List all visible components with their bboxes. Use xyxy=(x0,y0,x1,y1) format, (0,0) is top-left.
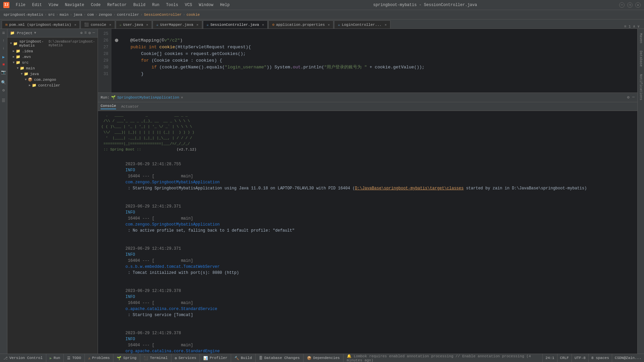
left-sidebar-icon-2[interactable]: ↑ xyxy=(2,39,5,43)
tab-user-java[interactable]: ☕ User.java ✕ xyxy=(116,20,152,28)
status-services[interactable]: ⚙ Services xyxy=(171,354,200,362)
left-sidebar-icon-stop[interactable]: ■ xyxy=(2,62,5,67)
status-user[interactable]: CSDN@Zain... xyxy=(612,354,644,362)
tree-controller[interactable]: ▶ 📁 controller xyxy=(7,82,98,88)
classes-link[interactable]: D:\JavaBase\springboot-mybatis\target\cl… xyxy=(355,186,464,191)
breadcrumb-java[interactable]: java xyxy=(73,13,82,17)
menu-vcs[interactable]: VCS xyxy=(183,2,194,8)
tab-close-usermapper[interactable]: ✕ xyxy=(196,23,198,27)
run-minimize-icon[interactable]: — xyxy=(632,95,635,100)
panel-action-options[interactable]: ⚙ xyxy=(89,31,91,36)
status-terminal-label: Terminal xyxy=(150,356,168,360)
left-sidebar-icon-4[interactable]: ▶ xyxy=(2,55,5,60)
project-panel-dropdown[interactable]: ▼ xyxy=(34,31,36,35)
tab-close-session-controller[interactable]: ✕ xyxy=(262,23,264,27)
status-dependencies[interactable]: 📦 Dependencies xyxy=(304,354,343,362)
tab-console[interactable]: ⬛ console ✕ xyxy=(80,20,115,28)
project-panel-title: 📁 Project xyxy=(10,31,33,35)
left-sidebar-icon-3[interactable]: ↓ xyxy=(2,46,5,51)
code-content[interactable]: ⬤ @GetMapping(©v"/c2") public int cookie… xyxy=(111,29,637,93)
close-button[interactable]: ✕ xyxy=(635,2,641,8)
run-header-close[interactable]: ✕ xyxy=(181,95,183,100)
tree-icon-controller: 📁 xyxy=(32,83,37,87)
console-output[interactable]: . ____ _ __ _ _ /\\ / ___'_ __ _ _(_)_ _… xyxy=(98,111,637,354)
right-sidebar-notifications[interactable]: Notifications xyxy=(638,71,643,103)
minimize-button[interactable]: — xyxy=(619,2,625,8)
app-logo: IJ xyxy=(3,2,9,8)
tree-idea[interactable]: ▶ 📁 .idea xyxy=(7,48,98,54)
breadcrumb-project[interactable]: springboot-mybatis xyxy=(3,13,43,17)
status-database-changes[interactable]: 🗄 Database Changes xyxy=(256,354,304,362)
tab-login-controller[interactable]: ☕ LoginController... ✕ xyxy=(334,20,390,28)
panel-action-locate[interactable]: ⊕ xyxy=(80,31,83,36)
breadcrumb-com[interactable]: com xyxy=(87,13,94,17)
spring-status-icon: 🌱 xyxy=(117,356,121,360)
menu-navigate[interactable]: Navigate xyxy=(63,2,86,8)
tree-com-zengoo[interactable]: ▼ 📦 com.zengoo xyxy=(7,77,98,82)
tree-main[interactable]: ▼ 📁 main xyxy=(7,65,98,71)
tab-pom-xml[interactable]: m pom.xml (springboot-mybatis) ✕ xyxy=(2,20,80,28)
breadcrumb-main[interactable]: main xyxy=(60,13,68,17)
menu-window[interactable]: Window xyxy=(198,2,215,8)
status-profiler[interactable]: 📊 Profiler xyxy=(200,354,231,362)
tree-root[interactable]: ▼ 📁 springboot-mybatis D:\JavaBase\sprin… xyxy=(7,39,98,48)
tab-application-properties[interactable]: ⚙ application.properties ✕ xyxy=(268,20,333,28)
status-position[interactable]: 24:1 xyxy=(542,354,557,362)
menu-view[interactable]: View xyxy=(47,2,60,8)
status-version-control[interactable]: ⎇ Version Control xyxy=(0,354,46,362)
right-sidebar-database[interactable]: Database xyxy=(638,48,643,69)
run-settings-icon[interactable]: ⚙ xyxy=(627,95,630,100)
run-tab-actuator[interactable]: Actuator xyxy=(121,105,139,109)
tab-close-app-properties[interactable]: ✕ xyxy=(328,23,330,27)
tab-close-user-java[interactable]: ✕ xyxy=(146,23,148,27)
tree-label-mvn: .mvn xyxy=(22,55,31,59)
tab-session-controller[interactable]: ☕ SessionController.java ✕ xyxy=(203,20,268,28)
line-num-26: 26 xyxy=(98,37,108,44)
breadcrumb-cookie[interactable]: cookie xyxy=(186,13,200,17)
panel-action-close[interactable]: — xyxy=(93,31,95,36)
breadcrumb-zengoo[interactable]: zengoo xyxy=(99,13,112,17)
tree-mvn[interactable]: ▶ 📁 .mvn xyxy=(7,54,98,60)
menu-help[interactable]: Help xyxy=(219,2,231,8)
breadcrumb-session-controller[interactable]: SessionController xyxy=(144,13,181,17)
status-run[interactable]: ▶ Run xyxy=(46,354,64,362)
breadcrumb-src[interactable]: src xyxy=(48,13,55,17)
left-sidebar-icon-camera[interactable]: 📷 xyxy=(1,70,6,75)
status-spring[interactable]: 🌱 Spring xyxy=(113,354,140,362)
status-dependencies-label: Dependencies xyxy=(313,356,340,360)
left-sidebar-icon-7[interactable]: ☰ xyxy=(2,98,5,103)
tab-usermapper-java[interactable]: ☕ UserMapper.java ✕ xyxy=(153,20,202,28)
tree-src[interactable]: ▼ 📁 src xyxy=(7,60,98,65)
menu-build[interactable]: Build xyxy=(132,2,147,8)
status-indent[interactable]: 8 spaces xyxy=(588,354,612,362)
panel-action-collapse[interactable]: ≡ xyxy=(84,31,87,36)
menu-code[interactable]: Code xyxy=(90,2,102,8)
left-sidebar-icon-6[interactable]: ⚙ xyxy=(2,88,5,93)
status-encoding[interactable]: UTF-8 xyxy=(572,354,588,362)
menu-run[interactable]: Run xyxy=(151,2,161,8)
problems-icon: ⚠ xyxy=(88,356,91,360)
tab-close-login-controller[interactable]: ✕ xyxy=(385,23,387,27)
run-title: Run: 🌱 SpringbootMybatisApplication ✕ xyxy=(101,95,183,100)
right-sidebar-maven[interactable]: Maven xyxy=(638,31,643,46)
run-tab-console[interactable]: Console xyxy=(101,104,116,109)
menu-file[interactable]: File xyxy=(14,2,27,8)
status-terminal[interactable]: ⬛ Terminal xyxy=(140,354,171,362)
tree-arrow-com-zengoo: ▼ xyxy=(25,78,26,81)
tab-close-pom[interactable]: ✕ xyxy=(74,23,76,27)
status-build[interactable]: 🔨 Build xyxy=(231,354,256,362)
tree-java[interactable]: ▼ 📁 java xyxy=(7,71,98,77)
breadcrumb-controller[interactable]: controller xyxy=(117,13,139,17)
left-sidebar-icon-1[interactable]: ≡ xyxy=(2,31,5,36)
tab-scroll-left[interactable]: ≡ 1 ∧ ∨ xyxy=(624,24,640,28)
menu-edit[interactable]: Edit xyxy=(31,2,43,8)
tab-close-console[interactable]: ✕ xyxy=(109,23,111,27)
left-sidebar-icon-5[interactable]: 🔍 xyxy=(1,80,6,85)
status-problems[interactable]: ⚠ Problems xyxy=(85,354,113,362)
status-line-endings[interactable]: CRLF xyxy=(557,354,572,362)
run-app-name: 🌱 SpringbootMybatisApplication xyxy=(111,95,179,100)
menu-tools[interactable]: Tools xyxy=(165,2,179,8)
status-todo[interactable]: ☰ TODO xyxy=(64,354,85,362)
menu-refactor[interactable]: Refactor xyxy=(106,2,128,8)
maximize-button[interactable]: ❐ xyxy=(627,2,633,8)
